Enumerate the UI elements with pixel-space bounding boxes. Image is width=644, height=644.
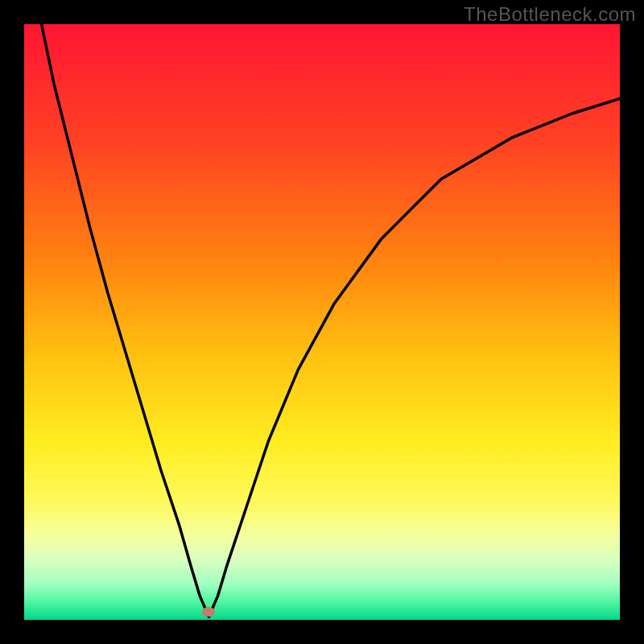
optimal-point-marker	[202, 607, 215, 617]
bottleneck-curve	[39, 24, 621, 617]
curve-layer	[24, 24, 620, 620]
watermark-text: TheBottleneck.com	[464, 3, 636, 26]
plot-area	[24, 24, 620, 620]
chart-frame: TheBottleneck.com	[0, 0, 644, 644]
